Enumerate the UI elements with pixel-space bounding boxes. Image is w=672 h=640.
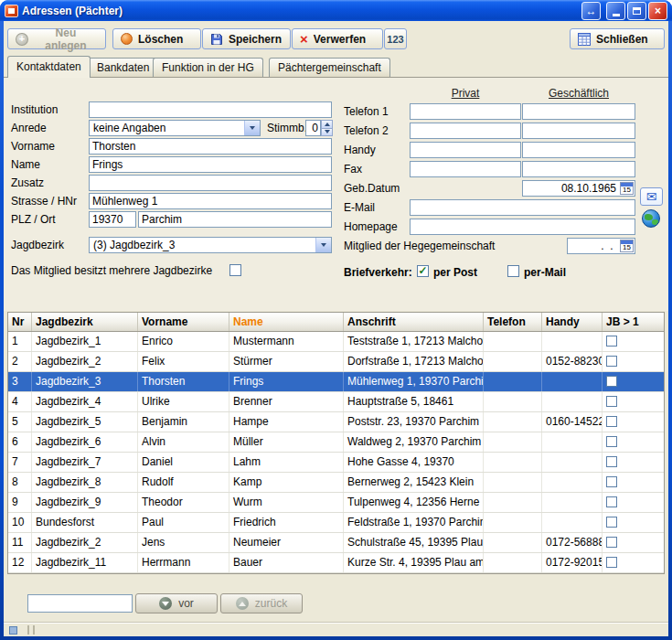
spinner-up-icon[interactable] — [321, 120, 333, 129]
anrede-select[interactable]: keine Angaben — [89, 120, 261, 136]
table-row[interactable]: 4Jagdbezirk_4UlrikeBrennerHauptstraße 5,… — [8, 392, 664, 412]
delete-button[interactable]: Löschen — [112, 28, 201, 49]
column-header-name[interactable]: Name — [229, 313, 344, 331]
cell-nr: 4 — [8, 392, 32, 411]
telefon1-privat-input[interactable] — [410, 103, 521, 120]
zusatz-input[interactable] — [89, 175, 332, 191]
zurueck-button[interactable]: zurück — [220, 593, 303, 613]
table-row[interactable]: 12Jagdbezirk_11HerrmannBauerKurze Str. 4… — [8, 553, 664, 573]
jb-checkbox[interactable] — [606, 336, 617, 347]
stimmb-input[interactable] — [305, 120, 321, 136]
gebdatum-field[interactable]: 08.10.1965 15 — [522, 180, 635, 197]
filter-input[interactable] — [27, 594, 133, 613]
cell-anschrift: Waldweg 2, 19370 Parchim — [344, 432, 484, 452]
mehrere-jagdbezirke-checkbox[interactable] — [229, 264, 241, 276]
column-header-telefon[interactable]: Telefon — [484, 313, 542, 331]
new-record-button[interactable]: + Neu anlegen — [7, 28, 106, 49]
column-header-nr[interactable]: Nr — [8, 313, 32, 331]
discard-button[interactable]: × Verwerfen — [292, 28, 383, 49]
spinner-down-icon[interactable] — [321, 129, 333, 137]
chevron-down-icon[interactable] — [244, 121, 260, 135]
homepage-input[interactable] — [410, 219, 635, 235]
stimmb-spinner — [321, 120, 333, 136]
vor-label: vor — [178, 597, 194, 610]
jb-checkbox[interactable] — [606, 517, 617, 528]
jb-checkbox[interactable] — [606, 557, 617, 568]
column-header-handy[interactable]: Handy — [542, 313, 603, 331]
handy-privat-input[interactable] — [410, 142, 521, 158]
maximize-button[interactable] — [627, 2, 646, 20]
tab-kontaktdaten[interactable]: Kontaktdaten — [7, 56, 91, 78]
status-grip[interactable] — [27, 625, 35, 635]
cell-vorname: Enrico — [138, 332, 229, 351]
tab-paechtergemeinschaft[interactable]: Pächtergemeinschaft — [269, 58, 390, 77]
send-email-button[interactable]: ✉ — [640, 187, 663, 206]
vorname-input[interactable] — [89, 138, 332, 155]
zurueck-label: zurück — [255, 597, 287, 610]
jb-checkbox[interactable] — [606, 376, 617, 387]
institution-input[interactable] — [89, 101, 332, 118]
telefon1-geschaeftlich-input[interactable] — [522, 103, 635, 120]
table-row[interactable]: 1Jagdbezirk_1EnricoMustermannTeststraße … — [8, 332, 664, 352]
jagdbezirk-select[interactable]: (3) Jagdbezirk_3 — [89, 237, 332, 253]
titlebar[interactable]: Adressen (Pächter) ↔ × — [0, 0, 672, 21]
table-row[interactable]: 11Jagdbezirk_2JensNeumeierSchulstraße 45… — [8, 533, 664, 553]
jb-checkbox[interactable] — [606, 456, 617, 467]
telefon2-privat-input[interactable] — [410, 123, 521, 139]
hege-datum-field[interactable]: . . 15 — [567, 238, 635, 254]
app-window: Adressen (Pächter) ↔ × + Neu anlegen Lös… — [0, 0, 672, 640]
table-row[interactable]: 8Jagdbezirk_8RudolfKampBernerweg 2, 1542… — [8, 473, 664, 493]
calendar-icon[interactable]: 15 — [620, 240, 634, 252]
cell-name: Bauer — [229, 553, 344, 572]
table-row[interactable]: 2Jagdbezirk_2FelixStürmerDorfstraße 1, 1… — [8, 352, 664, 372]
close-window-button[interactable]: Schließen — [570, 28, 665, 49]
per-mail-checkbox[interactable] — [507, 265, 519, 277]
table-row[interactable]: 9Jagdbezirk_9TheodorWurmTulpenweg 4, 123… — [8, 493, 664, 513]
minimize-button[interactable] — [606, 2, 625, 20]
jb-checkbox[interactable] — [606, 496, 617, 507]
resize-width-button[interactable]: ↔ — [581, 2, 601, 20]
chevron-down-icon[interactable] — [315, 238, 331, 252]
geschaeftlich-header: Geschäftlich — [522, 87, 635, 100]
close-button[interactable]: × — [648, 2, 667, 20]
table-row[interactable]: 3Jagdbezirk_3ThorstenFringsMühlenweg 1, … — [8, 372, 664, 392]
jb-checkbox[interactable] — [606, 436, 617, 447]
tab-funktion-hg[interactable]: Funktion in der HG — [153, 58, 263, 77]
open-homepage-button[interactable] — [641, 208, 663, 230]
numbers-button[interactable]: 123 — [384, 28, 407, 49]
per-post-label: per Post — [433, 264, 477, 281]
fax-geschaeftlich-input[interactable] — [522, 161, 635, 177]
column-header-vorname[interactable]: Vorname — [138, 313, 229, 331]
cell-telefon — [484, 553, 542, 572]
vor-button[interactable]: vor — [135, 593, 218, 613]
column-header-jb[interactable]: JB > 1 — [603, 313, 664, 331]
cell-jagdbezirk: Jagdbezirk_1 — [32, 332, 138, 351]
table-row[interactable]: 7Jagdbezirk_7DanielLahmHohe Gasse 4, 193… — [8, 453, 664, 473]
handy-geschaeftlich-input[interactable] — [522, 142, 635, 158]
jb-checkbox[interactable] — [606, 476, 617, 487]
fax-privat-input[interactable] — [410, 161, 521, 177]
strasse-input[interactable] — [89, 193, 332, 209]
name-input[interactable] — [89, 156, 332, 173]
telefon2-geschaeftlich-input[interactable] — [522, 123, 635, 139]
per-post-checkbox[interactable]: ✓ — [417, 265, 429, 277]
column-header-anschrift[interactable]: Anschrift — [344, 313, 484, 331]
save-button[interactable]: Speichern — [202, 28, 291, 49]
cell-nr: 8 — [8, 473, 32, 492]
table-row[interactable]: 10BundesforstPaulFriedrichFeldstraße 1, … — [8, 513, 664, 533]
email-input[interactable] — [410, 199, 635, 216]
jb-checkbox[interactable] — [606, 416, 617, 427]
cell-vorname: Paul — [138, 513, 229, 532]
jb-checkbox[interactable] — [606, 396, 617, 407]
tab-bankdaten[interactable]: Bankdaten — [88, 58, 158, 77]
calendar-icon[interactable]: 15 — [620, 182, 634, 195]
table-row[interactable]: 5Jagdbezirk_5BenjaminHampePoststr. 23, 1… — [8, 412, 664, 432]
table-row[interactable]: 6Jagdbezirk_6AlvinMüllerWaldweg 2, 19370… — [8, 432, 664, 453]
jb-checkbox[interactable] — [606, 537, 617, 548]
plz-input[interactable] — [89, 211, 136, 228]
email-label: E-Mail — [344, 199, 375, 216]
column-header-jagdbezirk[interactable]: Jagdbezirk — [32, 313, 138, 331]
telefon1-label: Telefon 1 — [344, 103, 389, 120]
ort-input[interactable] — [138, 211, 332, 228]
jb-checkbox[interactable] — [606, 356, 617, 367]
